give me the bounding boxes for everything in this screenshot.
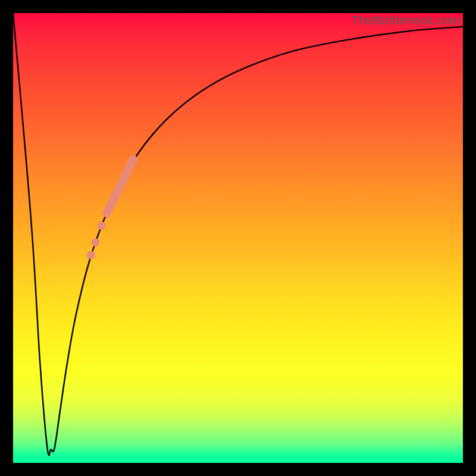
chart-container: TheBottleneck.com (0, 0, 476, 476)
highlight-dot-0 (87, 251, 95, 259)
highlight-dot-2 (98, 222, 106, 230)
curve-path (13, 13, 463, 455)
highlight-dot-1 (91, 239, 99, 247)
highlight-markers (87, 159, 133, 259)
bottleneck-curve (13, 13, 463, 455)
plot-area: TheBottleneck.com (13, 13, 463, 463)
watermark-text: TheBottleneck.com (352, 13, 461, 27)
chart-svg (13, 13, 463, 463)
highlight-segment (107, 159, 133, 214)
